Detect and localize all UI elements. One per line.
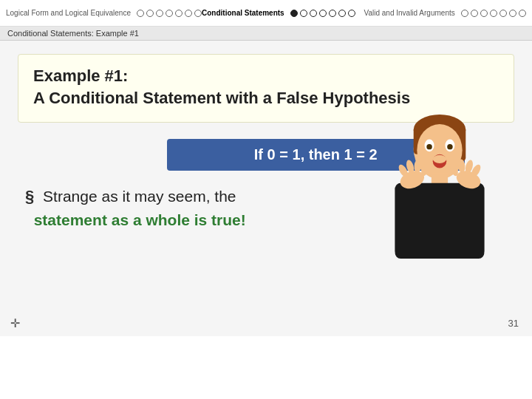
nav-dot: [329, 10, 336, 17]
statement-line1: Strange as it may seem, the: [43, 188, 236, 205]
nav-dot: [300, 10, 307, 17]
person-svg: [369, 115, 510, 307]
nav-dot: [166, 10, 173, 17]
example-title-line2: A Conditional Statement with a False Hyp…: [33, 89, 410, 107]
nav-dot: [146, 10, 154, 17]
nav-dot: [185, 10, 192, 17]
top-nav: Logical Form and Logical Equivalence Con…: [0, 0, 532, 27]
example-title-line1: Example #1:: [33, 66, 128, 85]
nav-dot: [310, 10, 317, 17]
nav-dot: [194, 10, 202, 17]
nav-section-logical-form[interactable]: Logical Form and Logical Equivalence: [6, 9, 202, 17]
nav-dot: [348, 10, 355, 17]
nav-dot: [480, 10, 488, 17]
nav-section-1-label: Logical Form and Logical Equivalence: [6, 9, 131, 17]
statement-line2: statement as a whole is true!: [34, 211, 246, 228]
main-content: Example #1: A Conditional Statement with…: [0, 41, 532, 336]
nav-dot: [338, 10, 346, 17]
svg-rect-12: [395, 183, 485, 259]
nav-dot: [499, 10, 507, 17]
nav-dots-3: [461, 10, 526, 17]
nav-dot: [156, 10, 163, 17]
nav-dots-2: [290, 10, 355, 17]
person-image: [369, 115, 510, 307]
nav-dot: [509, 10, 516, 17]
svg-point-8: [447, 144, 452, 149]
breadcrumb: Conditional Statements: Example #1: [0, 27, 532, 41]
nav-section-3-label: Valid and Invalid Arguments: [364, 9, 455, 17]
nav-dot: [490, 10, 497, 17]
move-cursor-icon: ✛: [10, 316, 20, 330]
bullet-icon: §: [25, 187, 34, 205]
nav-section-2-label: Conditional Statements: [202, 9, 284, 17]
example-title: Example #1: A Conditional Statement with…: [33, 65, 499, 109]
nav-dot: [137, 10, 144, 17]
nav-dot: [471, 10, 478, 17]
nav-dot: [175, 10, 183, 17]
svg-point-10: [433, 155, 447, 163]
nav-section-conditional[interactable]: Conditional Statements: [202, 9, 364, 17]
page-number: 31: [508, 318, 519, 329]
nav-dot: [519, 10, 526, 17]
nav-section-valid-invalid[interactable]: Valid and Invalid Arguments: [364, 9, 527, 17]
nav-dots-1: [137, 10, 202, 17]
nav-dot: [319, 10, 327, 17]
svg-point-7: [426, 144, 432, 149]
example-box: Example #1: A Conditional Statement with…: [18, 54, 514, 123]
nav-dot: [461, 10, 468, 17]
statement-section: § Strange as it may seem, the statement …: [18, 184, 372, 232]
nav-dot-filled: [290, 10, 298, 17]
